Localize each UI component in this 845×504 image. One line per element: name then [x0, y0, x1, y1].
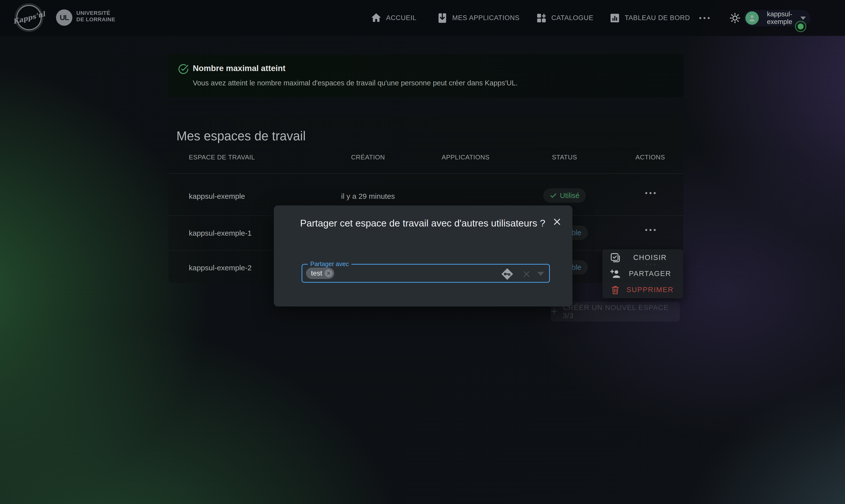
install-icon [437, 12, 448, 24]
person-add-icon [610, 268, 621, 279]
workspace-name: kappsul-exemple-2 [189, 264, 252, 272]
page-title: Mes espaces de travail [176, 129, 306, 143]
close-button[interactable] [551, 215, 564, 228]
col-creation: CRÉATION [351, 154, 385, 161]
nav-item-accueil[interactable]: ACCUEIL [370, 0, 417, 36]
top-navbar: Kapps'ul UL UNIVERSITÉ DE LORRAINE ACCUE… [0, 0, 845, 36]
close-icon [553, 217, 562, 226]
alert-message: Vous avez atteint le nombre maximal d'es… [193, 79, 518, 87]
catalogue-grid-plus-icon [536, 12, 547, 24]
sun-icon [729, 12, 741, 24]
plus-icon: + [551, 305, 558, 318]
menu-item-choisir[interactable]: CHOISIR [602, 250, 683, 266]
kappsul-logo[interactable]: Kapps'ul [16, 5, 41, 30]
check-circle-icon [177, 63, 189, 75]
row-actions-menu: CHOISIR PARTAGER SUPPRIMER [602, 249, 683, 298]
chevron-down-icon[interactable] [537, 272, 544, 276]
user-name: kappsul-exemple [759, 11, 800, 26]
university-logo-text: UNIVERSITÉ DE LORRAINE [76, 10, 115, 23]
menu-item-partager[interactable]: PARTAGER [602, 266, 683, 282]
theme-toggle-button[interactable] [729, 0, 741, 36]
workspace-creation: il y a 29 minutes [341, 192, 395, 200]
app-root: Kapps'ul UL UNIVERSITÉ DE LORRAINE ACCUE… [0, 0, 845, 504]
home-icon [370, 12, 382, 24]
select-check-icon [610, 252, 621, 263]
more-menu-button[interactable] [699, 0, 710, 36]
table-divider [169, 173, 683, 174]
share-workspace-dialog: Partager cet espace de travail avec d'au… [274, 205, 572, 306]
trash-icon [610, 284, 621, 295]
kappsul-logo-text: Kapps'ul [12, 10, 46, 25]
clear-icon [522, 270, 531, 278]
col-applications: APPLICATIONS [442, 154, 489, 161]
chip-remove-icon[interactable]: ✕ [325, 269, 332, 277]
workspace-name: kappsul-exemple [189, 192, 245, 200]
ellipsis-icon [645, 192, 656, 194]
row-actions-button[interactable] [637, 229, 664, 231]
university-logo-icon: UL [56, 10, 72, 26]
presence-badge [795, 21, 806, 32]
status-badge: Utilisé [537, 188, 592, 203]
selected-user-chip[interactable]: test ✕ [306, 268, 334, 279]
menu-item-supprimer[interactable]: SUPPRIMER [602, 282, 683, 298]
ellipsis-icon [645, 229, 656, 231]
keycloak-key-icon [501, 267, 514, 281]
max-reached-alert: Nombre maximal atteint Vous avez atteint… [169, 54, 683, 97]
dialog-title: Partager cet espace de travail avec d'au… [300, 215, 546, 231]
col-actions: ACTIONS [635, 154, 665, 161]
workspace-name: kappsul-exemple-1 [189, 229, 252, 237]
col-espace-de-travail: ESPACE DE TRAVAIL [189, 154, 255, 161]
check-icon [550, 192, 557, 199]
ellipsis-icon [699, 17, 710, 19]
dashboard-chart-icon [609, 12, 620, 24]
clear-input-button[interactable] [520, 267, 533, 281]
nav-item-catalogue[interactable]: CATALOGUE [536, 0, 593, 36]
share-with-input[interactable]: Partager avec test ✕ [301, 264, 550, 283]
person-icon [747, 14, 757, 22]
avatar [745, 12, 759, 25]
input-label: Partager avec [308, 260, 351, 268]
alert-title: Nombre maximal atteint [193, 64, 286, 73]
col-status: STATUS [552, 154, 577, 161]
row-actions-button[interactable] [637, 192, 664, 194]
nav-item-tableau-de-bord[interactable]: TABLEAU DE BORD [609, 0, 690, 36]
chevron-down-icon [800, 17, 806, 20]
nav-item-mes-applications[interactable]: MES APPLICATIONS [437, 0, 520, 36]
